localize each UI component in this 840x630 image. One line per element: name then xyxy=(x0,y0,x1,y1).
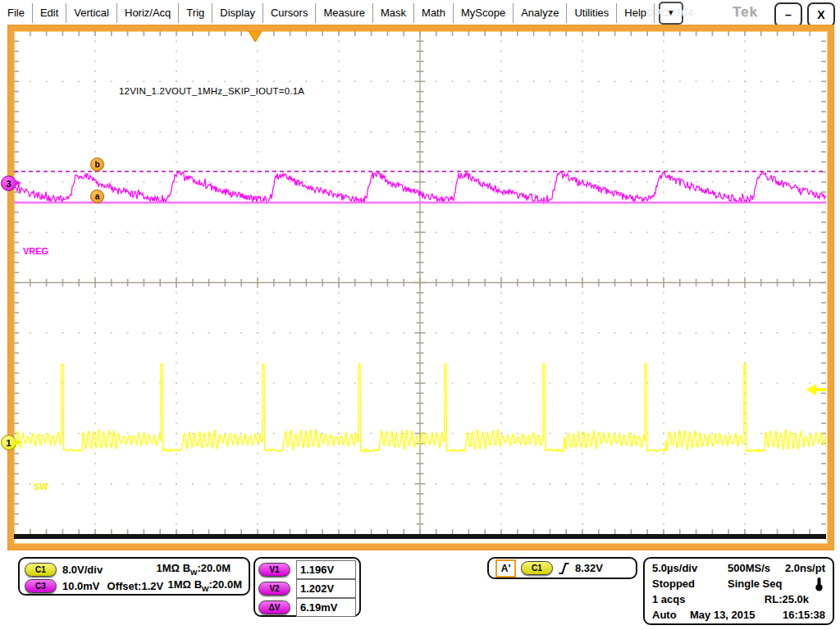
trigger-mode: Auto xyxy=(652,609,690,621)
menu-bar: FileEditVerticalHoriz/AcqTrigDisplayCurs… xyxy=(0,0,840,25)
horizontal-readout-box: 5.0µs/div 500MS/s 2.0ns/pt Stopped Singl… xyxy=(643,557,834,625)
channel-1-badge[interactable]: 1 xyxy=(1,435,16,450)
menu-item-utilities[interactable]: Utilities xyxy=(567,0,616,25)
model-label: DPO7104 xyxy=(646,7,693,19)
cursor-readout-row: ΔV6.19mV xyxy=(258,598,356,617)
trigger-source-badge[interactable]: A' xyxy=(495,559,516,578)
cursor-readout-row: V21.202V xyxy=(258,579,356,598)
ch3-pill[interactable]: C3 xyxy=(25,579,57,593)
trigger-level-arrow[interactable] xyxy=(806,384,816,395)
ch1-scale: 8.0V/div xyxy=(62,564,103,576)
date-label: May 13, 2015 xyxy=(690,609,756,621)
channel-1-number: 1 xyxy=(6,438,11,448)
sw-trace-label: SW xyxy=(34,482,48,491)
ch3-bw: BW:20.0M xyxy=(194,578,242,591)
trigger-level: 8.32V xyxy=(575,562,603,574)
channel-3-badge[interactable]: 3 xyxy=(1,176,16,191)
plot-area[interactable]: 12VIN_1.2VOUT_1MHz_SKIP_IOUT=0.1A VREG S… xyxy=(14,31,826,534)
menu-item-analyze[interactable]: Analyze xyxy=(514,0,566,25)
menu-item-horizacq[interactable]: Horiz/Acq xyxy=(117,0,178,25)
ch3-impedance: 1MΩ xyxy=(168,578,191,591)
rising-edge-icon xyxy=(558,562,570,575)
tek-logo: Tek xyxy=(733,4,758,21)
menu-item-math[interactable]: Math xyxy=(414,0,453,25)
ch3-offset: Offset:1.2V xyxy=(107,580,164,592)
waveform-canvas xyxy=(14,31,826,534)
record-bar xyxy=(14,534,826,539)
menu-item-file[interactable]: File xyxy=(0,0,32,25)
vertical-readout-box: C1 8.0V/div 1MΩ BW:20.0M C3 10.0mV Offse… xyxy=(18,557,250,596)
acq-count: 1 acqs xyxy=(652,593,685,605)
menu-item-vertical[interactable]: Vertical xyxy=(66,0,116,25)
cursor-value: 1.202V xyxy=(296,579,356,598)
menu-item-trig[interactable]: Trig xyxy=(179,0,212,25)
acq-mode: Single Seq xyxy=(728,578,782,590)
channel-3-number: 3 xyxy=(6,179,11,189)
menu-item-mask[interactable]: Mask xyxy=(373,0,413,25)
cursor-readout-row: V11.196V xyxy=(258,560,356,579)
menu-item-measure[interactable]: Measure xyxy=(316,0,372,25)
oscilloscope-screen: FileEditVerticalHoriz/AcqTrigDisplayCurs… xyxy=(0,0,840,630)
close-button[interactable]: X xyxy=(807,2,835,27)
channel-3-arrow-icon xyxy=(15,180,21,186)
ch1-bw: BW:20.0M xyxy=(183,562,231,574)
time-label: 16:15:38 xyxy=(783,609,825,621)
grid xyxy=(14,31,826,534)
cursor-pill-v[interactable]: ΔV xyxy=(258,600,290,614)
menu-item-display[interactable]: Display xyxy=(212,0,262,25)
cursor-value: 1.196V xyxy=(296,560,356,579)
channel-1-arrow-icon xyxy=(15,439,21,445)
trigger-readout-box: A' C1 8.32V xyxy=(487,557,637,579)
record-length: RL:25.0k xyxy=(765,593,809,605)
cursor-readout-box: V11.196VV21.202VΔV6.19mV xyxy=(253,557,361,617)
cursor-b-handle[interactable]: b xyxy=(90,158,104,171)
cursor-value: 6.19mV xyxy=(296,598,356,617)
menu-item-cursors[interactable]: Cursors xyxy=(263,0,316,25)
cursor-pill-v2[interactable]: V2 xyxy=(258,582,290,596)
timebase: 5.0µs/div xyxy=(652,562,728,574)
sample-rate: 500MS/s xyxy=(728,562,770,574)
cursor-a-handle[interactable]: a xyxy=(90,189,104,203)
minimize-button[interactable]: – xyxy=(774,2,802,27)
acq-state: Stopped xyxy=(652,578,728,590)
annotation-text: 12VIN_1.2VOUT_1MHz_SKIP_IOUT=0.1A xyxy=(119,86,304,96)
trigger-position-marker[interactable] xyxy=(249,31,262,42)
ch1-impedance: 1MΩ xyxy=(157,562,180,574)
menu-item-edit[interactable]: Edit xyxy=(33,0,66,25)
menu-item-myscope[interactable]: MyScope xyxy=(454,0,513,25)
vreg-trace-label: VREG xyxy=(23,246,48,256)
ch3-scale: 10.0mV xyxy=(62,580,100,592)
sample-resolution: 2.0ns/pt xyxy=(785,562,825,574)
ch1-pill[interactable]: C1 xyxy=(25,563,57,577)
cursor-pill-v1[interactable]: V1 xyxy=(258,563,290,577)
trigger-channel-pill[interactable]: C1 xyxy=(521,561,553,575)
